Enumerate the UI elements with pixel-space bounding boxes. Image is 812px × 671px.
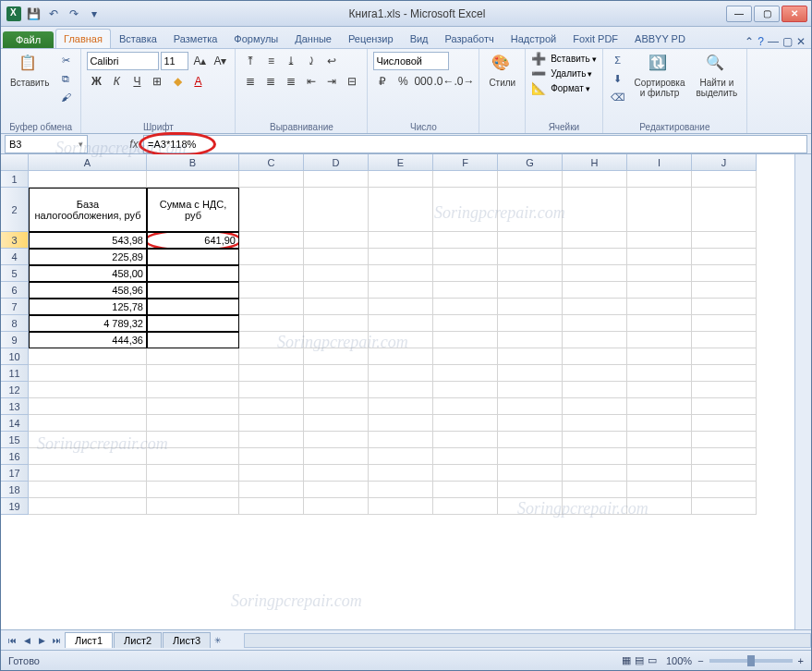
- doc-restore-icon[interactable]: ▢: [782, 35, 793, 48]
- paste-button[interactable]: 📋 Вставить: [6, 52, 53, 90]
- col-header-H[interactable]: H: [563, 154, 627, 171]
- font-size-select[interactable]: [161, 52, 188, 70]
- row-header-15[interactable]: 15: [1, 432, 29, 448]
- row-header-5[interactable]: 5: [1, 265, 29, 282]
- row-header-1[interactable]: 1: [1, 171, 29, 188]
- cell-A[interactable]: [29, 482, 147, 498]
- cell-J[interactable]: [692, 482, 757, 498]
- col-header-B[interactable]: B: [147, 154, 239, 171]
- cell-B[interactable]: [147, 482, 239, 498]
- cell-G[interactable]: [498, 398, 563, 415]
- delete-cells-button[interactable]: ➖Удалить▾: [531, 67, 596, 80]
- cell-D[interactable]: [304, 382, 369, 398]
- cell-E[interactable]: [369, 498, 433, 515]
- cell-C[interactable]: [239, 415, 304, 432]
- cell-B5[interactable]: [147, 265, 239, 282]
- cell-B[interactable]: [147, 171, 239, 188]
- tab-foxit[interactable]: Foxit PDF: [564, 29, 626, 48]
- cell-F[interactable]: [433, 415, 498, 432]
- cell-C9[interactable]: [239, 332, 304, 348]
- redo-icon[interactable]: ↷: [66, 6, 82, 22]
- insert-cells-button[interactable]: ➕Вставить▾: [531, 52, 596, 66]
- zoom-slider[interactable]: [709, 659, 793, 663]
- cell-A[interactable]: [29, 432, 147, 448]
- cell-C6[interactable]: [239, 282, 304, 299]
- cell-C[interactable]: [239, 448, 304, 465]
- cell-H[interactable]: [563, 348, 627, 365]
- cell-I[interactable]: [627, 348, 692, 365]
- cell-F5[interactable]: [433, 265, 498, 282]
- cell-A[interactable]: [29, 465, 147, 482]
- cell-C[interactable]: [239, 365, 304, 382]
- cell-A[interactable]: [29, 171, 147, 188]
- cell-I4[interactable]: [627, 249, 692, 265]
- col-header-E[interactable]: E: [369, 154, 433, 171]
- cell-B8[interactable]: [147, 315, 239, 332]
- styles-button[interactable]: 🎨 Стили: [485, 52, 519, 90]
- cell-A2[interactable]: База налогообложения, руб: [29, 188, 147, 232]
- cell-D[interactable]: [304, 432, 369, 448]
- col-header-C[interactable]: C: [239, 154, 304, 171]
- cell-E3[interactable]: [369, 232, 433, 249]
- cell-D8[interactable]: [304, 315, 369, 332]
- align-right-icon[interactable]: ≣: [282, 72, 300, 91]
- cell-G9[interactable]: [498, 332, 563, 348]
- cell-B[interactable]: [147, 382, 239, 398]
- cell-D[interactable]: [304, 448, 369, 465]
- decrease-font-icon[interactable]: A▾: [211, 52, 229, 70]
- cell-F[interactable]: [433, 448, 498, 465]
- new-sheet-icon[interactable]: ✳: [211, 633, 225, 648]
- file-tab[interactable]: Файл: [3, 31, 54, 48]
- cell-H[interactable]: [563, 398, 627, 415]
- col-header-F[interactable]: F: [433, 154, 498, 171]
- cell-J3[interactable]: [692, 232, 757, 249]
- cell-E5[interactable]: [369, 265, 433, 282]
- cell-D2[interactable]: [304, 188, 369, 232]
- minimize-ribbon-icon[interactable]: ⌃: [745, 35, 754, 48]
- tab-layout[interactable]: Разметка: [165, 29, 226, 48]
- cell-I7[interactable]: [627, 299, 692, 315]
- cell-B9[interactable]: [147, 332, 239, 348]
- cell-G3[interactable]: [498, 232, 563, 249]
- cell-F4[interactable]: [433, 249, 498, 265]
- cell-F[interactable]: [433, 382, 498, 398]
- cell-H2[interactable]: [563, 188, 627, 232]
- number-format-select[interactable]: [373, 52, 449, 70]
- cell-H3[interactable]: [563, 232, 627, 249]
- view-pagebreak-icon[interactable]: ▭: [648, 654, 657, 666]
- align-center-icon[interactable]: ≣: [261, 72, 280, 91]
- col-header-D[interactable]: D: [304, 154, 369, 171]
- cell-H8[interactable]: [563, 315, 627, 332]
- currency-icon[interactable]: ₽: [373, 72, 392, 91]
- copy-icon[interactable]: ⧉: [56, 70, 75, 87]
- row-header-4[interactable]: 4: [1, 249, 29, 265]
- cell-E[interactable]: [369, 465, 433, 482]
- cell-E9[interactable]: [369, 332, 433, 348]
- minimize-button[interactable]: —: [726, 6, 752, 22]
- cell-F9[interactable]: [433, 332, 498, 348]
- align-left-icon[interactable]: ≣: [241, 72, 260, 91]
- cell-J2[interactable]: [692, 188, 757, 232]
- cell-B[interactable]: [147, 498, 239, 515]
- cell-C4[interactable]: [239, 249, 304, 265]
- view-layout-icon[interactable]: ▤: [635, 654, 644, 666]
- cell-C[interactable]: [239, 398, 304, 415]
- cell-J9[interactable]: [692, 332, 757, 348]
- cell-I8[interactable]: [627, 315, 692, 332]
- row-header-13[interactable]: 13: [1, 398, 29, 415]
- cell-G[interactable]: [498, 482, 563, 498]
- cell-D[interactable]: [304, 415, 369, 432]
- cell-J[interactable]: [692, 348, 757, 365]
- cell-J5[interactable]: [692, 265, 757, 282]
- row-header-18[interactable]: 18: [1, 482, 29, 498]
- increase-decimal-icon[interactable]: .0←: [434, 72, 453, 91]
- cell-G[interactable]: [498, 365, 563, 382]
- cell-I[interactable]: [627, 171, 692, 188]
- cell-H[interactable]: [563, 448, 627, 465]
- sheet-nav-next-icon[interactable]: ▶: [34, 633, 49, 648]
- cell-F2[interactable]: [433, 188, 498, 232]
- cell-C8[interactable]: [239, 315, 304, 332]
- cell-I5[interactable]: [627, 265, 692, 282]
- cell-D[interactable]: [304, 348, 369, 365]
- cell-H[interactable]: [563, 432, 627, 448]
